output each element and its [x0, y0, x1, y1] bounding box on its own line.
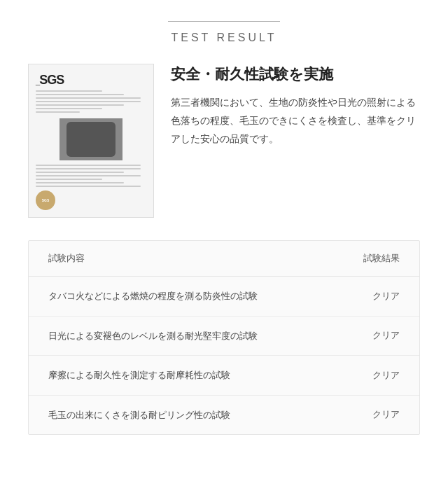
table-row: 日光による変褪色のレベルを測る耐光堅牢度の試験クリア	[29, 317, 419, 356]
col-test-label: 試験内容	[48, 252, 85, 265]
cert-lines	[36, 90, 146, 113]
row-result: クリア	[365, 329, 400, 342]
row-description: タバコ火などによる燃焼の程度を測る防炎性の試験	[48, 289, 258, 303]
cert-badge: SGS	[36, 190, 55, 210]
header-section: TEST RESULT	[28, 21, 420, 44]
cert-line	[36, 111, 80, 113]
cert-bottom-lines	[36, 165, 146, 187]
cert-logo: _SGS	[36, 73, 146, 88]
cert-line	[36, 94, 124, 95]
row-result: クリア	[365, 408, 400, 421]
row-result: クリア	[365, 369, 400, 382]
test-results-table: 試験内容 試験結果 タバコ火などによる燃焼の程度を測る防炎性の試験クリア日光によ…	[28, 240, 420, 435]
header-divider	[168, 21, 280, 22]
row-result: クリア	[365, 290, 400, 303]
intro-description: 安全・耐久性試験を実施 第三者機関において、生地の防炎性や日光の照射による色落ち…	[171, 64, 420, 148]
intro-heading: 安全・耐久性試験を実施	[171, 64, 420, 84]
cert-line	[36, 182, 124, 183]
cert-line	[36, 108, 102, 109]
cert-line	[36, 165, 141, 166]
cert-product-image	[59, 118, 122, 160]
cert-line	[36, 179, 102, 180]
col-result-label: 試験結果	[363, 252, 400, 265]
table-row: 摩擦による耐久性を測定する耐摩耗性の試験クリア	[29, 356, 419, 396]
pillow-silhouette	[66, 122, 115, 157]
table-row: タバコ火などによる燃焼の程度を測る防炎性の試験クリア	[29, 277, 419, 317]
cert-line	[36, 101, 141, 102]
cert-line	[36, 172, 124, 173]
certificate-image: _SGS SGS	[28, 64, 154, 218]
table-header-row: 試験内容 試験結果	[29, 241, 419, 277]
page-title: TEST RESULT	[28, 32, 420, 44]
row-description: 毛玉の出来にくさを測る耐ピリング性の試験	[48, 408, 230, 422]
page: TEST RESULT _SGS	[0, 0, 448, 463]
cert-line	[36, 175, 141, 176]
intro-body: 第三者機関において、生地の防炎性や日光の照射による色落ちの程度、毛玉のできにくさ…	[171, 94, 420, 148]
cert-line	[36, 97, 141, 99]
cert-line	[36, 90, 102, 92]
row-description: 日光による変褪色のレベルを測る耐光堅牢度の試験	[48, 329, 258, 343]
table-row: 毛玉の出来にくさを測る耐ピリング性の試験クリア	[29, 396, 419, 435]
table-rows-container: タバコ火などによる燃焼の程度を測る防炎性の試験クリア日光による変褪色のレベルを測…	[29, 277, 419, 434]
row-description: 摩擦による耐久性を測定する耐摩耗性の試験	[48, 368, 230, 382]
top-section: _SGS SGS	[28, 64, 420, 218]
cert-line	[36, 186, 141, 187]
cert-line	[36, 104, 124, 106]
cert-line	[36, 168, 141, 169]
